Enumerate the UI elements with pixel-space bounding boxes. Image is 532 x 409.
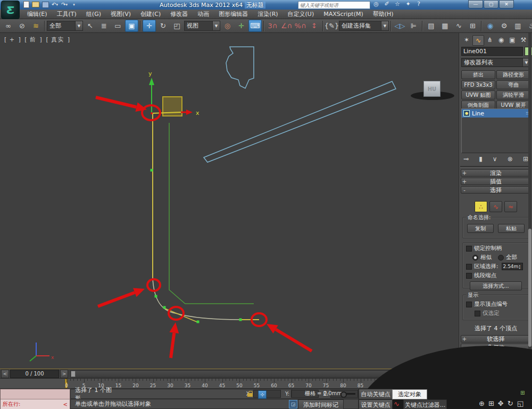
rendered-frame-icon[interactable]: ▥ xyxy=(511,20,525,32)
selected-only-checkbox[interactable] xyxy=(475,311,480,316)
time-slider-handle[interactable] xyxy=(71,371,76,377)
modifier-button-弯曲[interactable]: 弯曲 xyxy=(496,80,530,89)
viewport-menu-plus[interactable]: [ + ] xyxy=(4,36,21,43)
rollout-selection[interactable]: -选择 xyxy=(461,186,531,194)
paste-button[interactable]: 粘贴 xyxy=(498,224,525,233)
modifier-button-FFD 3x3x3[interactable]: FFD 3x3x3 xyxy=(461,80,495,89)
front-viewport[interactable]: [ + ] [ 前 ] [ 真实 ] HU xyx xyxy=(0,33,459,369)
minimize-button[interactable]: — xyxy=(468,0,483,9)
select-and-rotate-icon[interactable]: ↻ xyxy=(156,20,170,32)
graphite-ribbon-icon[interactable]: ▦ xyxy=(438,20,452,32)
menu-工具T[interactable]: 工具(T) xyxy=(52,10,81,18)
menu-帮助H[interactable]: 帮助(H) xyxy=(368,10,398,18)
select-by-name-icon[interactable]: ≣ xyxy=(97,20,111,32)
save-file-icon[interactable] xyxy=(41,1,49,8)
object-name-field[interactable]: Line001 xyxy=(461,47,523,56)
keyboard-override-toggle-icon[interactable]: ⌨ xyxy=(248,20,262,32)
menu-修改器[interactable]: 修改器 xyxy=(165,10,193,18)
segment-end-checkbox[interactable] xyxy=(466,273,472,279)
open-file-icon[interactable] xyxy=(32,1,39,8)
modifier-button-UVW 贴图[interactable]: UVW 贴图 xyxy=(461,90,495,99)
communication-center-icon[interactable]: ✐ xyxy=(383,1,390,7)
menu-组G[interactable]: 组(G) xyxy=(81,10,106,18)
next-frame-button[interactable]: > xyxy=(60,370,68,378)
menu-创建C[interactable]: 创建(C) xyxy=(136,10,165,18)
auto-key-button[interactable]: 自动关键点 xyxy=(359,389,393,399)
render-production-icon[interactable]: ♨ xyxy=(525,20,532,32)
copy-button[interactable]: 复制 xyxy=(467,224,494,233)
maxscript-mini-listener[interactable]: 所在行: < xyxy=(0,389,70,409)
absolute-mode-toggle-icon[interactable]: ⊹ xyxy=(258,390,267,399)
selection-lock-icon[interactable] xyxy=(247,391,253,397)
select-and-manipulate-icon[interactable]: ✛ xyxy=(235,20,248,32)
align-icon[interactable]: ⊫ xyxy=(407,20,420,32)
selection-filter-dropdown[interactable]: 全部▼ xyxy=(47,21,83,31)
modifier-button-涡轮平滑[interactable]: 涡轮平滑 xyxy=(496,90,530,99)
previous-frame-button[interactable]: < xyxy=(1,370,9,378)
select-by-button[interactable]: 选择方式... xyxy=(470,281,522,290)
zoom-region-icon[interactable]: ⊞ xyxy=(488,399,494,407)
angle-snap-icon[interactable]: ∠∩ xyxy=(280,20,293,32)
make-unique-icon[interactable]: ∨ xyxy=(493,155,497,163)
lock-handles-checkbox[interactable] xyxy=(466,246,472,252)
orbit-icon[interactable]: ↻ xyxy=(508,399,513,407)
set-key-button[interactable]: 设置关键点 xyxy=(359,399,393,409)
modifier-button-路径变形[interactable]: 路径变形 xyxy=(496,70,530,79)
material-editor-icon[interactable]: ◉ xyxy=(484,20,497,32)
bind-to-space-warp-icon[interactable]: ≋ xyxy=(29,20,43,32)
area-selection-spinner[interactable]: 2.54m▴▾ xyxy=(502,263,523,270)
stack-item-line[interactable]: ● Line ∶∶ xyxy=(462,109,530,118)
percent-snap-icon[interactable]: %∩ xyxy=(294,20,307,32)
snap-toggle-3d-icon[interactable]: 3∩ xyxy=(266,20,279,32)
select-and-scale-icon[interactable]: ◰ xyxy=(170,20,184,32)
key-filters-button[interactable]: 关键点过滤器... xyxy=(403,399,447,409)
menu-图形编辑器[interactable]: 图形编辑器 xyxy=(214,10,253,18)
menu-MAXScriptM[interactable]: MAXScript(M) xyxy=(319,11,368,18)
schematic-view-icon[interactable]: ⊞ xyxy=(466,20,479,32)
close-button[interactable]: ✕ xyxy=(499,0,514,9)
curve-editor-icon[interactable]: ∿ xyxy=(452,20,466,32)
tab-create[interactable]: ✶ xyxy=(461,35,472,45)
show-vertex-numbers-checkbox[interactable] xyxy=(466,302,472,307)
remove-modifier-icon[interactable]: ⊗ xyxy=(508,155,513,163)
maximize-viewport-icon[interactable]: ◱ xyxy=(517,399,523,407)
selected-object-filter-dropdown[interactable]: 选定对象 xyxy=(392,389,427,399)
select-and-move-icon[interactable]: ✛ xyxy=(143,20,156,32)
spinner-snap-icon[interactable]: ↕ xyxy=(307,20,321,32)
rollout-interpolation[interactable]: +插值 xyxy=(461,178,531,185)
configure-modifier-sets-icon[interactable]: ⊞ xyxy=(523,155,528,163)
show-end-result-icon[interactable]: ▮ xyxy=(479,155,483,163)
pin-stack-icon[interactable]: ⊸ xyxy=(463,155,469,163)
add-time-tag-button[interactable]: 添加时间标记 xyxy=(298,399,344,409)
tab-display[interactable]: ▣ xyxy=(507,35,518,45)
redo-icon[interactable]: ↷▾ xyxy=(61,1,68,8)
use-pivot-center-icon[interactable]: ◎ xyxy=(221,20,234,32)
x-coordinate-field[interactable] xyxy=(253,390,281,398)
named-selection-dropdown[interactable]: 创建选择集▼ xyxy=(339,21,389,31)
visibility-bulb-icon[interactable]: ● xyxy=(463,110,470,116)
reference-coordinate-dropdown[interactable]: 视图▼ xyxy=(184,21,220,31)
panel-scrollbar[interactable] xyxy=(528,33,531,373)
modifier-list-dropdown[interactable]: 修改器列表 ▼ xyxy=(461,58,530,67)
pan-hand-icon[interactable]: ✥ xyxy=(498,399,504,407)
tab-utilities[interactable]: ⚒ xyxy=(518,35,529,45)
viewport-menu-shading[interactable]: [ 真实 ] xyxy=(46,36,70,43)
edit-named-selection-sets-icon[interactable]: {✎} xyxy=(325,20,338,32)
rectangular-selection-region-icon[interactable]: ▭ xyxy=(111,20,124,32)
isolate-selection-icon[interactable]: ◲ xyxy=(289,400,297,408)
viewport-menu-view[interactable]: [ 前 ] xyxy=(24,36,43,43)
menu-渲染R[interactable]: 渲染(R) xyxy=(253,10,282,18)
toolbar-options-icon[interactable]: ▾ xyxy=(70,1,78,8)
all-radio[interactable] xyxy=(498,255,504,261)
application-menu-button[interactable]: Ʒ xyxy=(1,1,20,19)
mirror-icon[interactable]: ◁▷ xyxy=(393,20,406,32)
window-crossing-toggle-icon[interactable]: ▣ xyxy=(125,20,138,32)
menu-动画[interactable]: 动画 xyxy=(193,10,214,18)
new-file-icon[interactable] xyxy=(22,1,30,8)
listener-expand-icon[interactable]: < xyxy=(63,402,68,407)
maximize-button[interactable]: ▢ xyxy=(484,0,498,9)
segment-subobject-icon[interactable]: ∿ xyxy=(489,201,502,212)
search-input[interactable] xyxy=(298,1,370,9)
select-and-link-icon[interactable]: ∞ xyxy=(2,20,15,32)
rollout-soft-selection[interactable]: +软选择 xyxy=(461,335,531,343)
